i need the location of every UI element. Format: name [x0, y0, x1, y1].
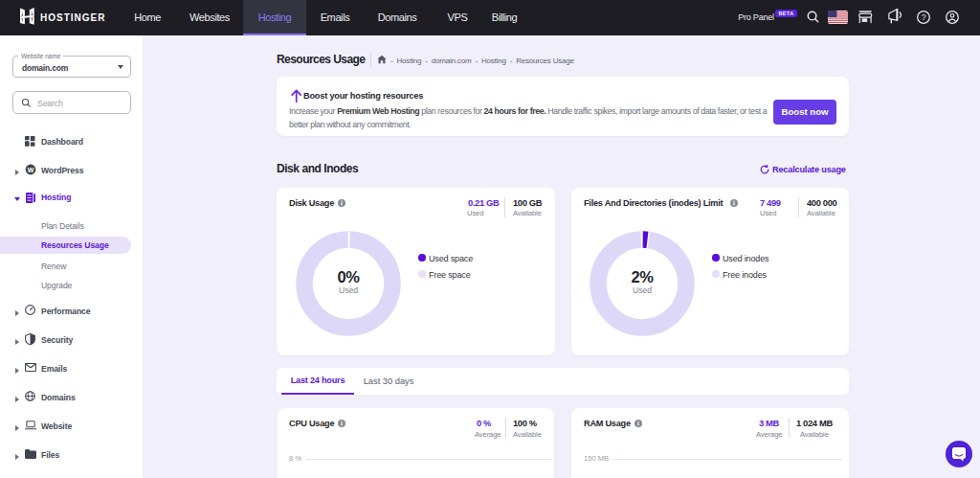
svg-text:W: W — [28, 167, 34, 173]
svg-text:?: ? — [922, 12, 926, 22]
